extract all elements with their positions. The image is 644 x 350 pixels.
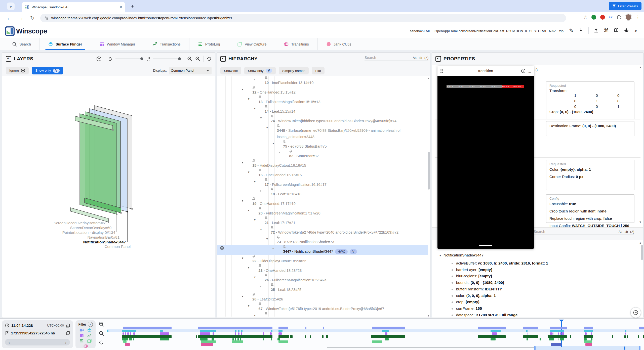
segment-protolog[interactable] xyxy=(122,338,128,340)
zoom-in-icon[interactable] xyxy=(187,56,192,61)
pin-icon[interactable] xyxy=(271,115,425,118)
dark-mode-icon[interactable]: ◑ xyxy=(634,28,637,33)
layer-label[interactable]: ScreenDecorOverlayBottom#61 xyxy=(54,221,107,225)
segment-screen-recording[interactable] xyxy=(278,327,288,329)
search-mod-0[interactable]: Aa xyxy=(413,56,417,60)
segment-protolog[interactable] xyxy=(558,338,558,340)
segment-surface-flinger[interactable] xyxy=(160,330,163,332)
tree-row-75[interactable]: ▼ 75 - ed70f88 StatusBar#75 xyxy=(217,140,428,150)
scroll-down-icon[interactable]: ▼ xyxy=(639,221,642,224)
expand-arrow-icon[interactable]: ▼ xyxy=(248,265,250,271)
rotation-slider[interactable] xyxy=(115,59,143,59)
extension-icon[interactable] xyxy=(591,15,596,20)
collapse-panel-icon[interactable] xyxy=(6,56,11,62)
flat-button[interactable]: Flat xyxy=(312,67,325,74)
property-item[interactable]: barrierLayer: [empty] xyxy=(456,268,492,272)
tree-row-73[interactable]: ▼ 73 - 8736138 NotificationShade#73 xyxy=(217,236,428,245)
pin-icon[interactable] xyxy=(265,274,425,277)
bookmark-star-icon[interactable]: ☆ xyxy=(584,15,587,20)
tree-row-74[interactable]: ▼ 74 - WindowToken{fdddbe6 type=2000 and… xyxy=(217,115,428,124)
segment-transactions[interactable] xyxy=(612,335,613,338)
tab-window-manager[interactable]: Window Manager xyxy=(91,38,144,50)
show-only-button[interactable]: Show onlyV xyxy=(244,67,276,74)
segment-surface-flinger[interactable] xyxy=(625,330,626,332)
segment-protolog[interactable] xyxy=(200,338,208,340)
tab-transactions[interactable]: Transactions xyxy=(144,38,189,50)
tab-search-icon[interactable]: v xyxy=(7,3,15,10)
property-item[interactable]: blurRegions: [empty] xyxy=(456,274,492,278)
tree-row-26[interactable]: ▼ 26 - Leaf:24:25#26 xyxy=(217,293,428,302)
expand-arrow-icon[interactable]: ▼ xyxy=(241,86,244,93)
segment-screen-recording[interactable] xyxy=(198,327,272,329)
expand-arrow-icon[interactable]: ▼ xyxy=(260,226,262,233)
segment-window-manager[interactable] xyxy=(238,332,239,335)
tab-close-icon[interactable]: ✕ xyxy=(119,5,122,9)
cursor-handle[interactable] xyxy=(559,320,564,325)
segment-surface-flinger[interactable] xyxy=(235,330,236,332)
segment-protolog[interactable] xyxy=(240,338,241,340)
segment-surface-flinger[interactable] xyxy=(382,330,389,332)
tree-row-10[interactable]: 10 - ImePlaceholder:13:14#10 xyxy=(217,76,428,86)
segment-window-manager[interactable] xyxy=(125,332,126,335)
ignore-button[interactable]: Ignore xyxy=(6,67,29,74)
tree-row-3448[interactable]: ▼ 3448 - Surface(name=ed70f88 StatusBar)… xyxy=(217,124,428,140)
segment-protolog[interactable] xyxy=(549,338,554,340)
segment-transactions[interactable] xyxy=(638,335,639,338)
display-select[interactable]: Common Panel xyxy=(169,67,212,74)
pin-icon[interactable] xyxy=(271,226,425,229)
expand-arrow-icon[interactable]: ▼ xyxy=(254,105,256,112)
segment-protolog[interactable] xyxy=(385,338,389,340)
pin-icon[interactable] xyxy=(259,96,425,99)
segment-protolog[interactable] xyxy=(527,338,528,340)
pin-icon[interactable] xyxy=(271,188,425,191)
tree-row-3449[interactable]: ▼ 3449 - Surface(name=885b63e Navigation… xyxy=(217,312,428,317)
segment-transactions[interactable] xyxy=(371,335,405,338)
segment-transactions[interactable] xyxy=(196,335,197,338)
segment-protolog[interactable] xyxy=(160,338,169,340)
segment-window-manager[interactable] xyxy=(130,332,131,335)
segment-window-manager[interactable] xyxy=(123,332,124,335)
expand-arrow-icon[interactable]: ▼ xyxy=(248,96,250,102)
segment-transactions[interactable] xyxy=(478,335,506,338)
segment-screen-recording[interactable] xyxy=(639,327,644,329)
segment-transactions[interactable] xyxy=(523,335,538,338)
segment-transactions[interactable] xyxy=(310,335,311,338)
tree-row-13[interactable]: ▼ 13 - FullscreenMagnification:15:15#13 xyxy=(217,96,428,105)
docs-book-icon[interactable] xyxy=(614,28,619,33)
tree-row-19[interactable]: ▼ 19 - OneHanded:17:17#19 xyxy=(217,197,428,207)
tab-surface-flinger[interactable]: Surface Flinger xyxy=(40,38,91,50)
segment-protolog[interactable] xyxy=(237,338,239,340)
segment-window-manager[interactable] xyxy=(235,332,236,335)
segment-screen-recording[interactable] xyxy=(523,327,538,329)
pin-icon[interactable] xyxy=(283,140,425,143)
pin-icon[interactable] xyxy=(277,236,425,239)
segment-screen-recording[interactable] xyxy=(323,327,324,329)
segment-protolog[interactable] xyxy=(271,338,272,340)
segment-transactions[interactable] xyxy=(322,335,324,338)
segment-surface-flinger[interactable] xyxy=(491,330,501,332)
segment-window-manager[interactable] xyxy=(160,332,169,335)
collapse-panel-icon[interactable] xyxy=(220,56,226,62)
search-mod-0[interactable]: Aa xyxy=(619,230,622,234)
segment-view-capture[interactable] xyxy=(372,340,382,343)
segment-screen-recording[interactable] xyxy=(478,327,506,329)
segment-view-capture[interactable] xyxy=(123,340,127,343)
selector-left-handle[interactable] xyxy=(534,346,536,350)
reload-icon[interactable]: ↻ xyxy=(30,15,35,21)
tree-row-24[interactable]: ▼ 24 - FullscreenMagnification:18:23#24 xyxy=(217,274,428,283)
menu-kebab-icon[interactable]: ⋮ xyxy=(636,15,640,20)
segment-window-manager[interactable] xyxy=(585,332,587,335)
segment-view-capture[interactable] xyxy=(584,340,592,343)
simplify-names-button[interactable]: Simplify names xyxy=(279,67,309,74)
layer-label[interactable]: NotificationShade#3447 xyxy=(83,240,126,244)
reset-view-icon[interactable] xyxy=(207,56,212,61)
segment-transactions[interactable] xyxy=(198,335,272,338)
segment-view-capture[interactable] xyxy=(232,340,243,343)
expand-arrow-icon[interactable]: ▼ xyxy=(248,207,250,213)
segment-surface-flinger[interactable] xyxy=(241,330,243,332)
segment-protolog[interactable] xyxy=(263,338,264,340)
segment-surface-flinger[interactable] xyxy=(200,330,216,332)
property-item[interactable]: color: (0, 0, 0), alpha: 1 xyxy=(456,293,496,298)
expand-arrow-icon[interactable]: ▼ xyxy=(254,179,256,185)
property-item[interactable]: dataspace: BT709 sRGB Full range xyxy=(456,313,517,317)
